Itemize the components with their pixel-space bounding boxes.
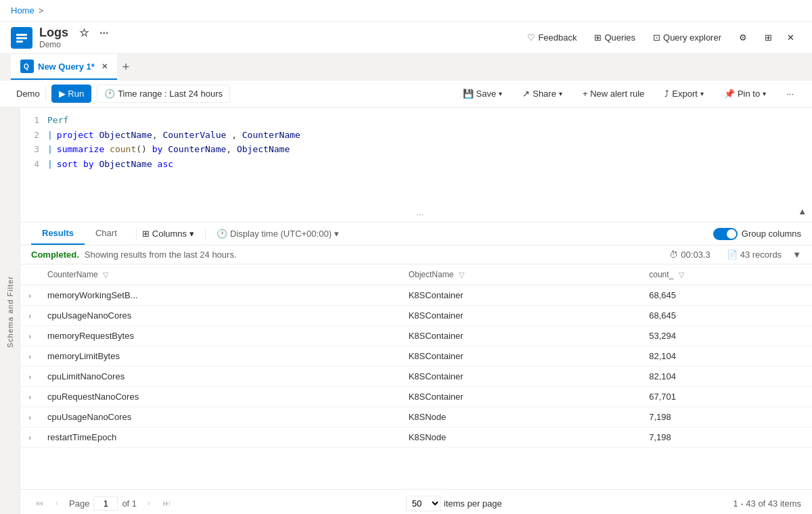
export-icon: ⤴	[664, 89, 669, 99]
more-options-icon[interactable]: ···	[99, 27, 108, 39]
row-count: 68,645	[641, 285, 812, 306]
tab-results[interactable]: Results	[31, 223, 85, 245]
app-title-area: Logs ☆ ··· Demo	[39, 26, 108, 49]
expand-results-button[interactable]: ▼	[792, 250, 801, 260]
tab-bar: Q New Query 1* ✕ +	[0, 54, 812, 80]
main-layout: Schema and Filter 1 Perf 2 | project Obj…	[0, 108, 812, 514]
page-number-input[interactable]	[93, 496, 118, 511]
export-chevron-icon: ▾	[700, 90, 704, 97]
svg-rect-0	[16, 34, 27, 36]
tab-label: New Query 1*	[38, 62, 95, 72]
table-row: › restartTimeEpoch K8SNode 7,198	[20, 427, 812, 448]
row-expand[interactable]: ›	[20, 326, 39, 346]
query-toolbar: Demo ▶ Run 🕐 Time range : Last 24 hours …	[0, 80, 812, 108]
display-time-button[interactable]: 🕐 Display time (UTC+00:00) ▾	[211, 227, 344, 241]
total-items-label: 1 - 43 of 43 items	[734, 498, 801, 509]
row-expand[interactable]: ›	[20, 306, 39, 326]
status-bar: Completed. Showing results from the last…	[20, 246, 812, 264]
table-row: › cpuLimitNanoCores K8SContainer 82,104	[20, 367, 812, 387]
row-objectname: K8SNode	[401, 427, 641, 448]
row-countername: restartTimeEpoch	[39, 427, 401, 448]
count-filter-icon[interactable]: ▽	[679, 271, 684, 279]
page-label: Page	[69, 498, 89, 509]
per-page-label: items per page	[444, 498, 502, 509]
countername-filter-icon[interactable]: ▽	[103, 271, 108, 279]
display-time-chevron-icon: ▾	[334, 229, 339, 239]
queries-icon: ⊞	[594, 32, 602, 43]
tab-close-icon[interactable]: ✕	[102, 62, 108, 71]
share-chevron-icon: ▾	[559, 90, 562, 97]
app-header: Logs ☆ ··· Demo ♡ Feedback ⊞ Queries ⊡ Q…	[0, 22, 812, 54]
share-button[interactable]: ↗ Share ▾	[515, 85, 570, 103]
star-icon[interactable]: ☆	[79, 26, 89, 39]
first-page-button[interactable]: ⏮	[31, 495, 47, 511]
editor-drag-handle[interactable]: ···	[416, 209, 424, 219]
row-objectname: K8SContainer	[401, 387, 641, 407]
side-panel-label: Schema and Filter	[6, 276, 14, 348]
next-page-button[interactable]: ›	[141, 495, 157, 511]
columns-button[interactable]: ⊞ Columns ▾	[137, 227, 200, 241]
records-count: 📄 43 records	[727, 250, 782, 260]
row-expand[interactable]: ›	[20, 407, 39, 427]
save-button[interactable]: 💾 Save ▾	[455, 85, 510, 103]
results-table-container: CounterName ▽ ObjectName ▽ count_ ▽	[20, 264, 812, 489]
page-of-label: of 1	[122, 498, 137, 509]
query-explorer-button[interactable]: ⊡ Query explorer	[646, 28, 729, 47]
breadcrumb-home[interactable]: Home	[11, 5, 35, 16]
row-count: 82,104	[641, 346, 812, 367]
time-range-icon: 🕐	[104, 89, 115, 99]
new-alert-button[interactable]: + New alert rule	[575, 85, 652, 103]
row-count: 68,645	[641, 306, 812, 326]
objectname-filter-icon[interactable]: ▽	[459, 271, 464, 279]
count-col-header: count_ ▽	[641, 264, 812, 285]
prev-page-button[interactable]: ‹	[49, 495, 65, 511]
results-table: CounterName ▽ ObjectName ▽ count_ ▽	[20, 264, 812, 448]
row-expand[interactable]: ›	[20, 427, 39, 448]
row-objectname: K8SContainer	[401, 285, 641, 306]
export-button[interactable]: ⤴ Export ▾	[657, 85, 711, 103]
run-button[interactable]: ▶ Run	[51, 85, 91, 103]
table-row: › memoryLimitBytes K8SContainer 82,104	[20, 346, 812, 367]
layout-button[interactable]: ⊞	[757, 28, 780, 47]
new-tab-button[interactable]: +	[117, 57, 135, 77]
row-expand[interactable]: ›	[20, 387, 39, 407]
layout-icon: ⊞	[765, 32, 772, 43]
close-button[interactable]: ✕	[780, 27, 801, 49]
breadcrumb-sep: >	[39, 5, 44, 16]
clock-icon: 🕐	[217, 229, 227, 239]
svg-rect-1	[16, 37, 27, 39]
group-columns-toggle[interactable]	[713, 228, 738, 240]
queries-button[interactable]: ⊞ Queries	[587, 28, 643, 47]
editor-collapse-button[interactable]: ▲	[798, 206, 807, 216]
feedback-button[interactable]: ♡ Feedback	[520, 28, 584, 47]
code-editor[interactable]: 1 Perf 2 | project ObjectName, CounterVa…	[20, 108, 812, 223]
side-panel[interactable]: Schema and Filter	[0, 108, 20, 514]
table-body: › memoryWorkingSetB... K8SContainer 68,6…	[20, 285, 812, 448]
settings-button[interactable]: ⚙	[731, 28, 754, 47]
more-options-button[interactable]: ···	[779, 85, 801, 103]
group-columns-toggle-area: Group columns	[713, 228, 801, 240]
results-area: Results Chart ⊞ Columns ▾ 🕐 Display time…	[20, 223, 812, 514]
row-countername: memoryRequestBytes	[39, 326, 401, 346]
save-icon: 💾	[463, 89, 474, 99]
row-count: 53,294	[641, 326, 812, 346]
pagination: ⏮ ‹ Page of 1 › ⏭ 50 100 200 items per p…	[20, 489, 812, 514]
countername-col-header: CounterName ▽	[39, 264, 401, 285]
row-expand[interactable]: ›	[20, 285, 39, 306]
last-page-button[interactable]: ⏭	[158, 495, 175, 511]
table-header: CounterName ▽ ObjectName ▽ count_ ▽	[20, 264, 812, 285]
per-page-select[interactable]: 50 100 200	[406, 496, 441, 511]
pin-chevron-icon: ▾	[763, 90, 766, 97]
row-expand[interactable]: ›	[20, 367, 39, 387]
toggle-thumb	[727, 229, 736, 239]
tab-chart[interactable]: Chart	[85, 223, 128, 245]
row-expand[interactable]: ›	[20, 346, 39, 367]
editor-line-3: 3 | summarize count() by CounterName, Ob…	[20, 142, 812, 157]
close-icon: ✕	[787, 32, 794, 43]
pin-to-button[interactable]: 📌 Pin to ▾	[717, 85, 773, 103]
breadcrumb: Home >	[0, 0, 812, 22]
time-range-button[interactable]: 🕐 Time range : Last 24 hours	[97, 85, 230, 103]
header-toolbar: ♡ Feedback ⊞ Queries ⊡ Query explorer ⚙ …	[520, 28, 780, 47]
status-text: Showing results from the last 24 hours.	[85, 250, 237, 260]
query-tab-1[interactable]: Q New Query 1* ✕	[11, 54, 117, 80]
